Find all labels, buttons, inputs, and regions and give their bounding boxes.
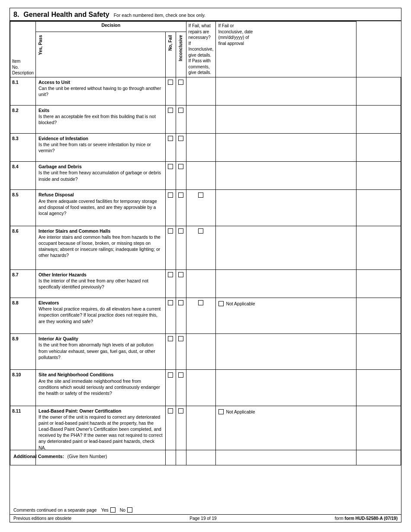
yes-continued-checkbox[interactable] (110, 507, 116, 513)
item-title: Evidence of Infestation (39, 136, 88, 141)
inconclusive-cell[interactable] (186, 162, 216, 190)
table-row: 8.4Garbage and DebrisIs the unit free fr… (10, 162, 401, 190)
final-approval-cell (356, 77, 401, 105)
inconclusive-checkbox[interactable] (198, 228, 203, 234)
yes-pass-checkbox[interactable] (168, 228, 173, 234)
final-approval-cell (356, 298, 401, 334)
inconclusive-cell[interactable] (186, 77, 216, 105)
additional-comments-section: Additional Comments: (Give Item Number) (10, 450, 401, 504)
inconclusive-cell[interactable] (186, 226, 216, 269)
no-fail-checkbox[interactable] (178, 300, 183, 305)
yes-pass-checkbox[interactable] (168, 136, 173, 141)
table-row: 8.2ExitsIs there an acceptable fire exit… (10, 105, 401, 133)
inconclusive-header: Inconclusive (177, 33, 185, 63)
item-description-cell: Other Interior HazardsIs the interior of… (36, 269, 166, 298)
yes-pass-cell[interactable] (166, 269, 176, 298)
yes-pass-checkbox[interactable] (168, 372, 173, 378)
yes-pass-cell[interactable] (166, 370, 176, 406)
yes-pass-cell[interactable] (166, 226, 176, 269)
final-approval-header: If Fail orInconclusive, date(mm/dd/yyyy)… (218, 23, 253, 46)
item-title: Interior Air Quality (39, 336, 78, 341)
yes-pass-cell[interactable] (166, 133, 176, 161)
na-checkbox[interactable] (218, 409, 224, 414)
no-fail-checkbox[interactable] (178, 192, 183, 198)
yes-pass-checkbox[interactable] (168, 300, 173, 305)
final-approval-cell (356, 370, 401, 406)
section-instruction: For each numbered item, check one box on… (114, 11, 206, 18)
no-fail-checkbox[interactable] (178, 408, 183, 413)
yes-pass-checkbox[interactable] (168, 108, 173, 113)
inconclusive-cell[interactable] (186, 269, 216, 298)
no-fail-cell[interactable] (176, 105, 186, 133)
yes-continued-label: Yes (101, 507, 109, 513)
yes-pass-cell[interactable] (166, 298, 176, 334)
inconclusive-cell[interactable] (186, 334, 216, 370)
item-description-cell: Interior Air QualityIs the unit free fro… (36, 334, 166, 370)
no-fail-cell[interactable] (176, 370, 186, 406)
yes-pass-cell[interactable] (166, 334, 176, 370)
table-row: 8.9Interior Air QualityIs the unit free … (10, 334, 401, 370)
inconclusive-cell[interactable] (186, 370, 216, 406)
item-title: Interior Stairs and Common Halls (39, 228, 110, 234)
item-description-cell: ExitsIs there an acceptable fire exit fr… (36, 105, 166, 133)
inconclusive-cell[interactable] (186, 298, 216, 334)
no-fail-checkbox[interactable] (178, 164, 183, 169)
no-fail-cell[interactable] (176, 133, 186, 161)
no-fail-checkbox[interactable] (178, 336, 183, 341)
no-fail-checkbox[interactable] (178, 272, 183, 277)
yes-pass-cell[interactable] (166, 162, 176, 190)
table-row: 8.6Interior Stairs and Common HallsAre i… (10, 226, 401, 269)
table-row: 8.10Site and Neighborhood ConditionsAre … (10, 370, 401, 406)
inconclusive-cell[interactable] (186, 190, 216, 226)
item-number-cell: 8.8 (10, 298, 36, 334)
no-fail-checkbox[interactable] (178, 228, 183, 234)
na-label: Not Applicable (226, 301, 255, 307)
no-fail-cell[interactable] (176, 298, 186, 334)
yes-pass-checkbox[interactable] (168, 408, 173, 413)
item-number-cell: 8.5 (10, 190, 36, 226)
no-fail-checkbox[interactable] (178, 136, 183, 141)
no-fail-checkbox[interactable] (178, 108, 183, 113)
no-fail-cell[interactable] (176, 226, 186, 269)
na-checkbox[interactable] (218, 301, 224, 306)
no-fail-checkbox[interactable] (178, 372, 183, 378)
yes-pass-cell[interactable] (166, 105, 176, 133)
no-continued-checkbox[interactable] (127, 507, 132, 513)
yes-pass-cell[interactable] (166, 77, 176, 105)
yes-continued[interactable]: Yes (101, 507, 116, 513)
yes-pass-checkbox[interactable] (168, 80, 173, 85)
section-number-title: 8. (13, 11, 19, 19)
inconclusive-cell[interactable] (186, 133, 216, 161)
footer-continued: Comments continued on a separate page Ye… (10, 504, 401, 514)
footer-left: Previous editions are obsolete (13, 516, 71, 521)
yes-pass-checkbox[interactable] (168, 272, 173, 277)
yes-pass-checkbox[interactable] (168, 164, 173, 169)
no-fail-cell[interactable] (176, 269, 186, 298)
no-continued-label: No (120, 507, 125, 513)
no-fail-cell[interactable] (176, 162, 186, 190)
repair-cell (216, 77, 356, 105)
item-number-cell: 8.7 (10, 269, 36, 298)
item-title: Refuse Disposal (39, 192, 74, 197)
col-item-no: ItemNo. (12, 58, 34, 70)
no-fail-cell[interactable] (176, 77, 186, 105)
no-fail-checkbox[interactable] (178, 80, 183, 85)
item-number-cell: 8.2 (10, 105, 36, 133)
yes-pass-checkbox[interactable] (168, 336, 173, 341)
yes-pass-checkbox[interactable] (168, 192, 173, 198)
footer-center: Page 19 of 19 (189, 516, 216, 521)
inconclusive-cell[interactable] (186, 105, 216, 133)
inconclusive-checkbox[interactable] (198, 300, 203, 305)
no-fail-cell[interactable] (176, 190, 186, 226)
repair-cell[interactable]: Not Applicable (216, 298, 356, 334)
no-continued[interactable]: No (120, 507, 132, 513)
if-fail-header: If Fail, what repairs are necessary?If I… (189, 23, 214, 75)
table-row: 8.8ElevatorsWhere local practice require… (10, 298, 401, 334)
no-fail-cell[interactable] (176, 334, 186, 370)
item-number-cell: 8.1 (10, 77, 36, 105)
repair-cell (216, 133, 356, 161)
inconclusive-checkbox[interactable] (198, 192, 203, 198)
item-description-cell: ElevatorsWhere local practice requires, … (36, 298, 166, 334)
decision-group-header: Decision (36, 22, 186, 32)
yes-pass-cell[interactable] (166, 190, 176, 226)
